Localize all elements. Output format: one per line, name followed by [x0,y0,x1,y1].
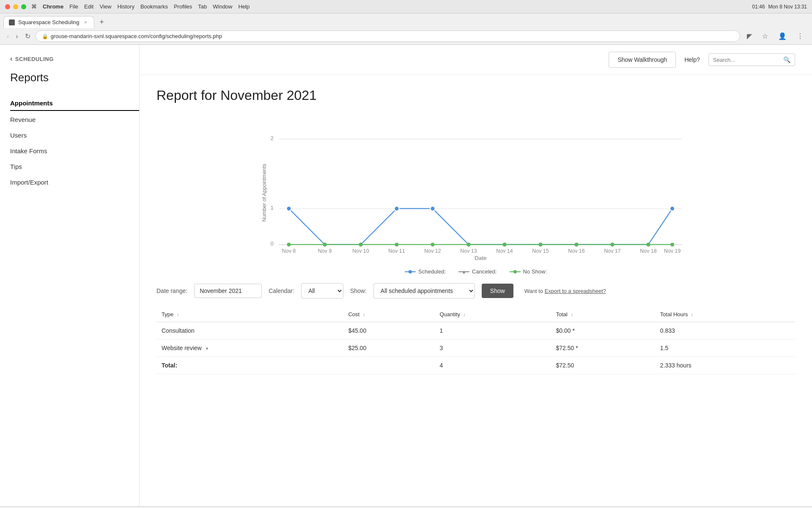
sidebar-item-revenue[interactable]: Revenue [0,113,139,127]
active-tab[interactable]: Squarespace Scheduling × [3,16,94,28]
battery-time: 01:46 [752,4,765,10]
row-quantity: 1 [435,322,551,340]
address-bar[interactable]: 🔒 grouse-mandarin-sxnl.squarespace.com/c… [36,30,740,42]
noshow-legend-icon [510,269,521,275]
sidebar-item-intake-forms[interactable]: Intake Forms [0,144,139,158]
report-area: Report for November 2021 2 1 0 Number of… [140,75,812,387]
svg-text:Nov 12: Nov 12 [424,248,441,254]
tab-bar: Squarespace Scheduling × + [0,14,812,28]
legend-noshow-label: No Show: [523,268,547,275]
sidebar-back-button[interactable]: ‹ SCHEDULING [0,55,139,71]
forward-button[interactable]: › [14,31,19,42]
profile-button[interactable]: 👤 [775,30,790,42]
sidebar-item-users[interactable]: Users [0,128,139,142]
show-button[interactable]: Show [482,284,513,298]
col-cost[interactable]: Cost ↕ [343,307,434,322]
back-arrow-icon: ‹ [10,55,13,63]
view-menu[interactable]: View [99,3,111,10]
url-display: grouse-mandarin-sxnl.squarespace.com/con… [51,33,734,39]
svg-point-8 [286,206,291,211]
row-quantity: 3 [435,340,551,357]
show-select[interactable]: All scheduled appointments [373,283,475,298]
show-walkthrough-button[interactable]: Show Walkthrough [609,52,676,68]
svg-text:Nov 19: Nov 19 [664,248,681,254]
reload-button[interactable]: ↻ [23,30,32,42]
legend-noshow: No Show: [510,268,547,275]
calendar-select[interactable]: All [301,283,343,298]
more-button[interactable]: ⋮ [793,30,807,42]
col-total[interactable]: Total ↕ [551,307,655,322]
maximize-button[interactable] [21,4,26,9]
svg-point-21 [323,243,326,246]
svg-text:Nov 14: Nov 14 [496,248,513,254]
col-total-hours[interactable]: Total Hours ↕ [655,307,795,322]
sidebar-item-tips[interactable]: Tips [0,160,139,174]
table-body: Consultation $45.00 1 $0.00 * 0.833 Webs… [156,322,795,374]
row-type: Consultation [156,322,343,340]
appointments-chart: 2 1 0 Number of Appointments [156,116,795,260]
calendar-label: Calendar: [269,287,294,294]
report-controls: Date range: Calendar: All Show: All sche… [156,283,795,298]
browser-chrome: Squarespace Scheduling × + ‹ › ↻ 🔒 grous… [0,14,812,45]
svg-text:Nov 15: Nov 15 [532,248,549,254]
row-cost: $25.00 [343,340,434,357]
row-total: $0.00 * [551,322,655,340]
new-tab-button[interactable]: + [96,16,108,28]
svg-point-30 [646,243,650,246]
search-input[interactable] [713,57,781,63]
tab-close-button[interactable]: × [83,19,89,25]
window-menu[interactable]: Window [213,3,232,10]
table-row: Website review ▼ $25.00 3 $72.50 * 1.5 [156,340,795,357]
svg-point-24 [431,243,434,246]
legend-scheduled-label: Scheduled: [418,268,446,275]
file-menu[interactable]: File [69,3,78,10]
svg-point-26 [502,243,506,246]
cost-sort-icon: ↕ [363,312,365,317]
chart-container: 2 1 0 Number of Appointments [156,116,795,260]
svg-text:Nov 16: Nov 16 [568,248,585,254]
total-sort-icon: ↕ [571,312,573,317]
svg-point-19 [670,206,675,211]
legend-canceled: Canceled: [458,268,497,275]
apple-menu[interactable]: ⌘ [31,3,37,10]
history-menu[interactable]: History [117,3,134,10]
svg-point-46 [409,270,412,273]
clock: Mon 8 Nov 13:31 [768,4,807,10]
dropdown-arrow-icon[interactable]: ▼ [205,346,209,351]
svg-point-27 [538,243,542,246]
bookmark-button[interactable]: ☆ [759,30,771,42]
sidebar-nav: Appointments Revenue Users Intake Forms … [0,96,139,189]
nav-bar: ‹ › ↻ 🔒 grouse-mandarin-sxnl.squarespace… [0,28,812,44]
date-range-input[interactable] [194,284,262,298]
col-type[interactable]: Type ↕ [156,307,343,322]
tab-menu[interactable]: Tab [198,3,207,10]
search-container: 🔍 [708,53,795,66]
help-menu[interactable]: Help [239,3,250,10]
edit-menu[interactable]: Edit [84,3,93,10]
col-quantity[interactable]: Quantity ↕ [435,307,551,322]
row-total-label: Total: [156,357,343,374]
search-icon: 🔍 [783,56,790,63]
titlebar: ⌘ Chrome File Edit View History Bookmark… [0,0,812,14]
close-button[interactable] [5,4,10,9]
sidebar: ‹ SCHEDULING Reports Appointments Revenu… [0,45,140,506]
sidebar-item-appointments[interactable]: Appointments [10,96,139,111]
help-button[interactable]: Help? [681,52,703,67]
back-button[interactable]: ‹ [5,31,11,42]
bookmarks-menu[interactable]: Bookmarks [140,3,168,10]
chrome-menu[interactable]: Chrome [43,3,63,10]
legend-scheduled: Scheduled: [405,268,446,275]
date-range-label: Date range: [156,287,187,294]
export-link[interactable]: Export to a spreadsheet? [545,288,606,294]
table-header: Type ↕ Cost ↕ Quantity ↕ Total ↕ Total H… [156,307,795,322]
lock-icon: 🔒 [42,33,48,39]
sidebar-item-import-export[interactable]: Import/Export [0,175,139,189]
row-total-amount: $72.50 [551,357,655,374]
profiles-menu[interactable]: Profiles [174,3,192,10]
minimize-button[interactable] [13,4,18,9]
cast-button[interactable]: ◤ [743,30,755,42]
sidebar-back-label: SCHEDULING [15,56,54,62]
canceled-legend-icon [458,269,469,275]
svg-text:Number of Appointments: Number of Appointments [261,164,267,222]
row-hours: 1.5 [655,340,795,357]
